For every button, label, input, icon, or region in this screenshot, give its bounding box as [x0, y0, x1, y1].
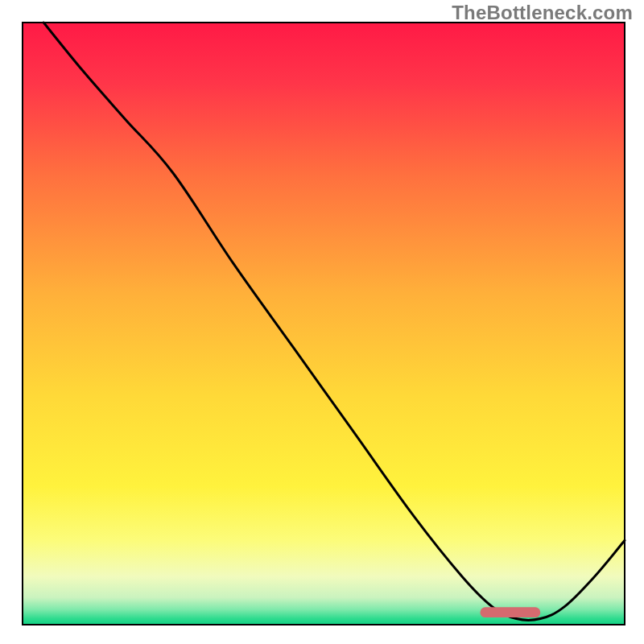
- optimal-zone-marker: [480, 607, 540, 617]
- chart-svg: [0, 0, 644, 644]
- bottleneck-chart: TheBottleneck.com: [0, 0, 644, 644]
- plot-background: [23, 23, 625, 625]
- watermark-label: TheBottleneck.com: [452, 2, 633, 24]
